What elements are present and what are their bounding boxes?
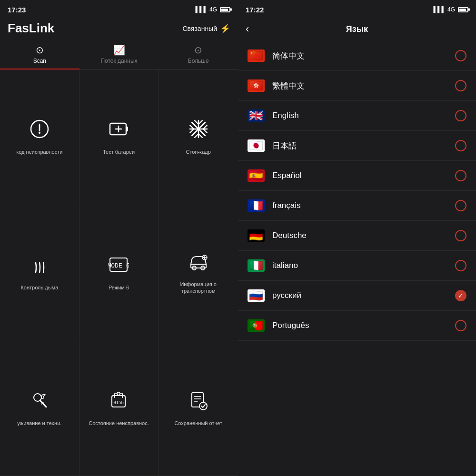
stream-tab-label: Поток данных — [100, 58, 137, 64]
grid-item-mode6[interactable]: MODE 6 Режим 6 — [79, 205, 159, 341]
lang-item-en[interactable]: English — [238, 101, 476, 131]
fault-code-label: код неисправности — [16, 149, 62, 155]
flag-fr — [248, 199, 265, 212]
more-tab-label: Больше — [188, 58, 209, 64]
scan-tab-icon: ⊙ — [36, 44, 44, 56]
vehicle-label: Информация о транспортном — [162, 281, 234, 295]
status-icons-left: ▌▌▌ 4G — [195, 6, 230, 13]
lang-name-zh-cn: 简体中文 — [272, 50, 455, 61]
svg-point-3 — [39, 132, 40, 134]
network-type-left: 4G — [209, 6, 217, 13]
radio-de[interactable] — [455, 230, 466, 241]
radio-es[interactable] — [455, 170, 466, 181]
lang-item-zh-cn[interactable]: 简体中文 — [238, 41, 476, 71]
feature-grid: ! код неисправности Тест батареи — [0, 69, 238, 476]
grid-item-report[interactable]: Сохраненный отчет — [159, 340, 238, 476]
app-logo: FasLink — [8, 21, 54, 36]
flag-es — [248, 169, 265, 182]
time-right: 17:22 — [246, 6, 264, 14]
radio-fr[interactable] — [455, 200, 466, 211]
lang-item-es[interactable]: Español — [238, 161, 476, 191]
lang-name-ja: 日本語 — [272, 140, 455, 151]
flag-zh-cn — [248, 50, 265, 62]
lang-name-de: Deutsche — [272, 231, 455, 240]
bluetooth-icon: ⚡ — [220, 23, 230, 34]
fault-status-icon: 015b — [108, 390, 129, 415]
status-bar-right: 17:22 ▌▌▌ 4G — [238, 0, 476, 17]
lang-item-it[interactable]: italiano — [238, 251, 476, 281]
app-header: FasLink Связанный ⚡ — [0, 17, 238, 40]
radio-pt[interactable] — [455, 320, 466, 331]
lang-name-en: English — [272, 111, 455, 120]
lang-item-pt[interactable]: Português — [238, 311, 476, 341]
radio-ja[interactable] — [455, 140, 466, 151]
flag-en — [248, 109, 265, 122]
lang-item-fr[interactable]: français — [238, 191, 476, 221]
maintenance-label: уживание и техни. — [17, 420, 61, 426]
svg-point-31 — [117, 392, 120, 395]
lang-name-fr: français — [272, 201, 455, 210]
radio-en[interactable] — [455, 110, 466, 121]
connected-status: Связанный ⚡ — [182, 23, 230, 34]
grid-item-smoke[interactable]: Контроль дыма — [0, 205, 79, 341]
status-bar-left: 17:23 ▌▌▌ 4G — [0, 0, 238, 17]
language-title: Язык — [346, 24, 368, 34]
radio-it[interactable] — [455, 260, 466, 271]
fault-code-icon: ! — [29, 119, 50, 144]
svg-point-36 — [199, 402, 207, 410]
grid-item-freeze[interactable]: Стоп-кадр — [159, 69, 238, 205]
report-label: Сохраненный отчет — [174, 420, 222, 426]
flag-it — [248, 259, 265, 272]
battery-icon-right — [458, 7, 468, 12]
lang-name-zh-tw: 繁體中文 — [272, 80, 455, 91]
right-panel: 17:22 ▌▌▌ 4G ‹ Язык 简体中文 繁體中文 English — [238, 0, 476, 476]
tab-bar: ⊙ Scan 📈 Поток данных ⊙ Больше — [0, 40, 238, 69]
network-type-right: 4G — [447, 6, 455, 13]
radio-zh-cn[interactable] — [455, 50, 466, 61]
radio-ru[interactable] — [455, 290, 466, 301]
maintenance-icon — [29, 390, 50, 415]
back-button[interactable]: ‹ — [246, 23, 249, 35]
battery-test-label: Тест батареи — [103, 149, 135, 155]
report-icon — [188, 390, 209, 415]
lang-name-pt: Português — [272, 321, 455, 330]
lang-item-ru[interactable]: русский — [238, 281, 476, 311]
tab-scan[interactable]: ⊙ Scan — [0, 40, 79, 69]
svg-rect-5 — [126, 127, 128, 131]
lang-item-de[interactable]: Deutsche — [238, 221, 476, 251]
lang-item-ja[interactable]: 日本語 — [238, 131, 476, 161]
radio-zh-tw[interactable] — [455, 80, 466, 91]
flag-pt — [248, 319, 265, 332]
left-panel: 17:23 ▌▌▌ 4G FasLink Связанный ⚡ ⊙ Scan … — [0, 0, 238, 476]
time-left: 17:23 — [8, 6, 26, 14]
freeze-label: Стоп-кадр — [186, 149, 211, 155]
battery-icon-left — [220, 7, 230, 12]
scan-tab-label: Scan — [33, 58, 46, 64]
tab-stream[interactable]: 📈 Поток данных — [79, 40, 159, 69]
flag-ja — [248, 139, 265, 152]
language-header: ‹ Язык — [238, 17, 476, 41]
signal-icon-left: ▌▌▌ — [195, 6, 208, 13]
language-list: 简体中文 繁體中文 English 日本語 Español français — [238, 41, 476, 476]
battery-test-icon — [108, 119, 129, 144]
svg-text:MODE 6: MODE 6 — [108, 262, 129, 269]
grid-item-vehicle[interactable]: Информация о транспортном — [159, 205, 238, 341]
tab-more[interactable]: ⊙ Больше — [159, 40, 238, 69]
freeze-icon — [188, 119, 209, 144]
grid-item-fault-code[interactable]: ! код неисправности — [0, 69, 79, 205]
more-tab-icon: ⊙ — [194, 44, 202, 56]
smoke-icon — [29, 254, 50, 279]
connected-label: Связанный — [182, 25, 217, 32]
vehicle-icon — [188, 251, 209, 276]
flag-ru — [248, 289, 265, 302]
svg-text:015b: 015b — [114, 400, 124, 405]
fault-status-label: Состояние неисправнос. — [89, 420, 149, 426]
lang-name-ru: русский — [272, 291, 455, 300]
signal-icon-right: ▌▌▌ — [433, 6, 446, 13]
stream-tab-icon: 📈 — [113, 44, 125, 56]
grid-item-maintenance[interactable]: уживание и техни. — [0, 340, 79, 476]
lang-item-zh-tw[interactable]: 繁體中文 — [238, 71, 476, 101]
lang-name-es: Español — [272, 171, 455, 180]
grid-item-battery[interactable]: Тест батареи — [79, 69, 159, 205]
grid-item-fault-status[interactable]: 015b Состояние неисправнос. — [79, 340, 159, 476]
